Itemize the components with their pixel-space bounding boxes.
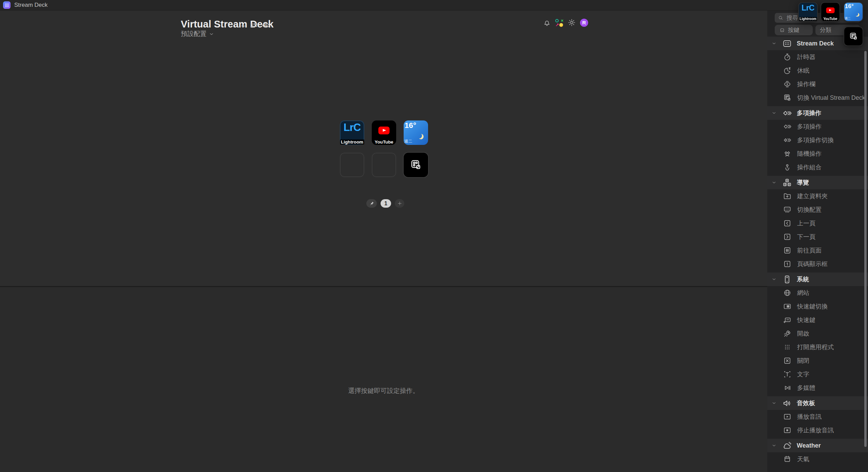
lrc-logo: LrC — [340, 121, 364, 134]
globe-icon — [783, 288, 792, 297]
property-inspector-pane — [0, 286, 767, 472]
weather-temperature: 16° — [845, 3, 854, 10]
multi-action-icon — [783, 122, 792, 131]
action-item[interactable]: 切換配置 — [767, 203, 868, 216]
section-label: 音效板 — [797, 399, 815, 407]
chevron-down-icon — [771, 110, 777, 116]
section-label: Weather — [797, 442, 821, 449]
action-item[interactable]: 操作欄 — [767, 77, 868, 91]
section-header-系統[interactable]: 系統 — [767, 272, 868, 286]
weather-day: 週二 — [845, 16, 851, 21]
action-item-label: 停止播放音訊 — [797, 426, 834, 434]
key-lightroom[interactable]: LrCLightroom — [799, 3, 817, 21]
section-header-導覽[interactable]: 導覽 — [767, 176, 868, 189]
vsd-icon — [409, 158, 422, 171]
action-item-label: 快速鍵切換 — [797, 302, 828, 310]
action-item[interactable]: 開啟 — [767, 327, 868, 340]
action-item[interactable]: 播放音訊 — [767, 410, 868, 423]
page-display-icon — [783, 260, 792, 268]
action-item[interactable]: 休眠 — [767, 64, 868, 77]
action-item[interactable]: 上一頁 — [767, 216, 868, 230]
key-slot-empty[interactable] — [340, 153, 364, 177]
add-page-button[interactable] — [395, 199, 404, 208]
device-settings-sliders-icon[interactable] — [249, 21, 258, 30]
chevron-down-icon — [771, 180, 777, 185]
window-titlebar: Stream Deck — [0, 0, 868, 11]
action-item[interactable]: 操作組合 — [767, 161, 868, 174]
action-bar-icon — [783, 80, 792, 89]
action-item[interactable]: 停止播放音訊 — [767, 423, 868, 437]
pin-page-button[interactable] — [366, 199, 377, 208]
action-item[interactable]: 多項操作 — [767, 120, 868, 133]
action-item[interactable]: 打開應用程式 — [767, 340, 868, 354]
action-item-label: 建立資料夾 — [797, 192, 828, 200]
section-header-多項操作[interactable]: 多項操作 — [767, 106, 868, 120]
action-item[interactable]: 計時器 — [767, 50, 868, 64]
action-item[interactable]: 多項操作切換 — [767, 133, 868, 147]
action-item[interactable]: 關閉 — [767, 354, 868, 367]
device-chevron-down-icon[interactable] — [239, 23, 247, 30]
action-item[interactable]: 多媒體 — [767, 381, 868, 395]
action-item-label: 播放音訊 — [797, 413, 822, 421]
search-icon — [778, 15, 784, 21]
marketplace-icon[interactable]: ×↗ — [555, 19, 563, 27]
section-label: 多項操作 — [797, 109, 821, 117]
notifications-bell-icon[interactable] — [543, 18, 551, 27]
section-header-weather[interactable]: Weather — [767, 439, 868, 452]
action-item[interactable]: 快速鍵 — [767, 313, 868, 327]
lrc-logo: LrC — [799, 3, 817, 13]
action-item-label: 關閉 — [797, 357, 809, 365]
account-avatar[interactable]: R — [580, 19, 588, 27]
prev-page-icon — [783, 219, 792, 228]
action-list: Stream Deck計時器休眠操作欄切換 Virtual Stream Dec… — [767, 37, 868, 468]
filter-keys-button[interactable]: 按鍵 — [775, 25, 813, 35]
weather-day: 週二 — [404, 139, 412, 144]
youtube-play-icon — [826, 7, 835, 13]
action-item[interactable]: 建立資料夾 — [767, 189, 868, 203]
key-youtube[interactable]: YouTube — [372, 120, 396, 145]
action-item[interactable]: 隨機操作 — [767, 147, 868, 161]
key-switch-virtual-stream-deck[interactable] — [404, 153, 428, 177]
action-item[interactable]: 頁碼顯示框 — [767, 257, 868, 271]
action-item-label: 多項操作 — [797, 122, 822, 131]
hotkey-icon — [783, 316, 792, 324]
key-slot-empty[interactable] — [372, 153, 396, 177]
goto-page-icon — [783, 246, 792, 255]
action-item[interactable]: 快速鍵切換 — [767, 300, 868, 313]
action-item-label: 打開應用程式 — [797, 343, 834, 351]
settings-gear-icon[interactable] — [567, 18, 576, 27]
weather-cloud-icon — [782, 441, 792, 451]
play-audio-icon — [783, 412, 792, 421]
overlay-visibility-eye-icon[interactable] — [261, 21, 271, 30]
key-youtube[interactable]: YouTube — [821, 3, 840, 21]
key-lightroom[interactable]: LrCLightroom — [340, 120, 364, 145]
action-item[interactable]: 網站 — [767, 286, 868, 300]
profile-selector[interactable]: 預設配置 — [181, 30, 214, 38]
close-x-icon — [783, 356, 792, 365]
multi-action-icon — [782, 108, 792, 118]
sidebar-scrollbar[interactable] — [864, 51, 867, 447]
action-item[interactable]: 切換 Virtual Stream Deck — [767, 91, 868, 105]
open-app-icon — [783, 343, 792, 352]
action-item[interactable]: 前往頁面 — [767, 244, 868, 257]
action-item[interactable]: 文字 — [767, 367, 868, 381]
empty-selection-hint: 選擇按鍵即可設定操作。 — [0, 386, 767, 395]
device-title[interactable]: Virtual Stream Deck — [181, 19, 274, 30]
action-item[interactable]: 天氣 — [767, 452, 868, 466]
key-switch-virtual-stream-deck[interactable] — [844, 27, 863, 45]
next-page-icon — [783, 232, 792, 241]
action-item-label: 多項操作切換 — [797, 136, 834, 144]
app-logo-icon — [3, 1, 11, 9]
action-item-label: 網站 — [797, 289, 809, 297]
action-item-label: 下一頁 — [797, 233, 815, 241]
action-item-label: 頁碼顯示框 — [797, 260, 828, 268]
section-header-音效板[interactable]: 音效板 — [767, 396, 868, 410]
stop-audio-icon — [783, 426, 792, 435]
key-weather[interactable]: 16°週二 — [404, 120, 428, 145]
action-item-label: 切換 Virtual Stream Deck — [797, 94, 865, 102]
text-icon — [783, 370, 792, 379]
action-item[interactable]: 下一頁 — [767, 230, 868, 244]
current-page-indicator[interactable]: 1 — [381, 199, 391, 208]
key-weather[interactable]: 16°週二 — [844, 3, 863, 21]
plus-icon — [397, 201, 402, 206]
